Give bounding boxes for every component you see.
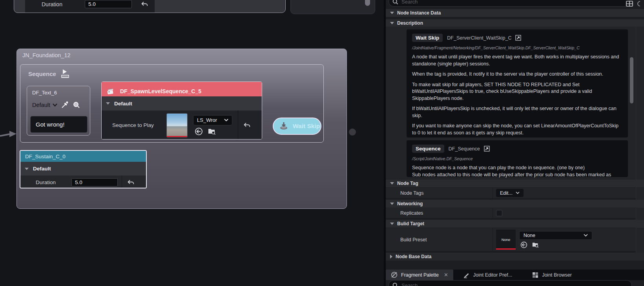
node-title: DF_Text_6 <box>27 86 90 96</box>
description-paragraph: Sequence node is a node that you can pla… <box>412 165 622 172</box>
use-selected-asset-icon[interactable] <box>195 127 203 136</box>
graph-pin[interactable] <box>349 129 356 136</box>
palette-search-input[interactable] <box>401 282 598 286</box>
browser-grid-icon <box>532 272 538 278</box>
node-df-spawnlevelsequence-c5[interactable]: DF_SpawnLevelSequence_C_5 Default Sequen… <box>101 81 262 139</box>
row-replicates: Replicates <box>386 208 636 219</box>
duration-input[interactable]: 5.0 <box>71 178 118 186</box>
collapse-triangle-icon <box>390 182 394 185</box>
palette-search-bar[interactable] <box>389 280 632 286</box>
reset-to-default-icon[interactable] <box>243 122 251 129</box>
browse-to-asset-icon[interactable] <box>532 241 539 248</box>
collapse-triangle-icon[interactable] <box>25 168 29 170</box>
description-paragraph: If bWaitUntilAllPlayersSkip is unchecked… <box>412 105 622 119</box>
class-name: DF_ServerClient_WaitSkip_C <box>447 35 511 41</box>
replicates-label: Replicates <box>386 208 493 218</box>
view-options-icon[interactable] <box>626 1 633 7</box>
text-style-dropdown[interactable]: Default <box>32 102 57 108</box>
section-default[interactable]: Default <box>20 162 146 176</box>
description-area: Wait Skip DF_ServerClient_WaitSkip_C /Jo… <box>386 27 644 179</box>
class-badge: Sequence <box>412 145 444 153</box>
section-build-target[interactable]: Bulid Target <box>386 220 644 228</box>
search-input[interactable] <box>401 0 598 5</box>
node-scrollbar-pill[interactable] <box>365 0 370 6</box>
collapsed-triangle-icon <box>390 255 392 259</box>
search-icon <box>392 0 398 5</box>
duration-input[interactable]: 5.0 <box>85 0 132 8</box>
graph-canvas[interactable]: Zoom -12 Duration 5.0 JN_Foundation_12 <box>0 0 385 286</box>
node-sequence[interactable]: Sequence DF_Text_6 Default <box>20 64 324 143</box>
row-build-preset: Build Preset None None <box>386 228 636 252</box>
sequence-play-ruler-icon <box>60 69 70 79</box>
graph-wire-arrow <box>0 127 18 139</box>
eyedropper-icon[interactable] <box>61 101 69 109</box>
section-description[interactable]: Description <box>386 19 644 27</box>
pencil-icon <box>463 272 470 278</box>
collapse-triangle-icon <box>390 12 394 14</box>
dialogue-text-box[interactable]: Got wrong! <box>30 116 88 133</box>
close-tab-icon[interactable]: ✕ <box>444 272 448 278</box>
chevron-down-icon <box>53 103 57 107</box>
level-sequence-thumbnail[interactable] <box>166 113 188 138</box>
section-networking[interactable]: Networking <box>386 200 644 208</box>
reset-to-default-icon[interactable] <box>140 1 148 8</box>
section-default[interactable]: Default <box>102 96 262 110</box>
search-icon <box>392 282 398 286</box>
build-preset-thumbnail[interactable]: None <box>496 230 516 250</box>
node-df-text-6[interactable]: DF_Text_6 Default <box>27 86 90 136</box>
joint-editor-window: Zoom -12 Duration 5.0 JN_Foundation_12 <box>0 0 644 286</box>
bottom-tab-bar: Fragment Palette ✕ Joint Editor Pref... … <box>386 270 644 280</box>
node-wait-skip[interactable]: Wait Skip <box>273 118 321 135</box>
node-tags-label: Node Tags <box>386 188 493 198</box>
tab-joint-browser[interactable]: Joint Browser <box>527 270 577 280</box>
palette-icon <box>391 272 398 278</box>
class-name: DF_Sequence <box>449 146 480 152</box>
browse-to-asset-icon[interactable] <box>208 127 216 135</box>
duration-label: Duration <box>25 1 74 7</box>
collapse-triangle-icon <box>390 203 394 205</box>
tab-joint-editor-preferences[interactable]: Joint Editor Pref... <box>458 270 517 280</box>
node-title: DF_Sustain_C_0 <box>25 154 66 159</box>
collapse-triangle-icon[interactable] <box>106 102 110 105</box>
film-reel-icon <box>106 87 115 95</box>
sequence-to-play-label: Sequence to Play <box>102 122 166 128</box>
clipped-top-node-2[interactable] <box>290 0 375 14</box>
class-path: /JointNative/Fragment/Networking/DF_Serv… <box>412 45 622 50</box>
description-scrollbar[interactable] <box>630 57 633 103</box>
class-doc-wait-skip: Wait Skip DF_ServerClient_WaitSkip_C /Jo… <box>407 29 628 138</box>
description-paragraph: To make wait skip for all players, SET T… <box>412 81 622 102</box>
description-paragraph: If you want to make anyone can skip the … <box>412 123 622 136</box>
replicates-checkbox[interactable] <box>496 210 502 216</box>
build-preset-label: Build Preset <box>386 228 493 251</box>
open-class-icon[interactable] <box>484 146 490 152</box>
use-selected-asset-icon[interactable] <box>520 241 527 248</box>
edit-tags-button[interactable]: Edit... <box>496 189 524 197</box>
chevron-down-icon <box>584 234 588 237</box>
class-path: /Script/JointNative.DF_Sequence <box>412 156 622 161</box>
settings-icon-partial[interactable] <box>637 1 640 7</box>
collapse-triangle-icon <box>390 223 394 225</box>
description-paragraph: When the tag is provided, It notify it t… <box>412 71 622 78</box>
skip-pointer-icon <box>279 121 289 131</box>
class-badge: Wait Skip <box>412 34 443 42</box>
asset-dropdown[interactable]: LS_Wror <box>193 115 232 125</box>
section-node-tag[interactable]: Node Tag <box>386 179 644 187</box>
wait-skip-label: Wait Skip <box>293 123 320 130</box>
duration-label: Duration <box>20 179 71 185</box>
node-title: Sequence <box>28 71 56 77</box>
clipped-top-node[interactable]: Duration 5.0 <box>14 0 286 13</box>
section-node-base-data[interactable]: Node Base Data <box>386 253 644 261</box>
search-magnifier-icon[interactable] <box>73 101 80 109</box>
details-panel: Node Instance Data Description Wait Skip… <box>386 0 644 286</box>
chevron-down-icon <box>516 192 520 194</box>
reset-to-default-icon[interactable] <box>127 179 135 186</box>
open-class-icon[interactable] <box>515 35 521 41</box>
build-preset-dropdown[interactable]: None <box>519 231 592 240</box>
row-node-tags: Node Tags Edit... <box>386 188 636 199</box>
node-df-sustain-c0[interactable]: DF_Sustain_C_0 Default Duration 5.0 <box>20 150 147 188</box>
tab-fragment-palette[interactable]: Fragment Palette ✕ <box>386 270 453 280</box>
section-node-instance-data[interactable]: Node Instance Data <box>386 9 644 17</box>
details-search-bar[interactable] <box>389 0 629 7</box>
class-doc-sequence: Sequence DF_Sequence /Script/JointNative… <box>407 140 628 177</box>
collapse-triangle-icon <box>390 22 394 24</box>
